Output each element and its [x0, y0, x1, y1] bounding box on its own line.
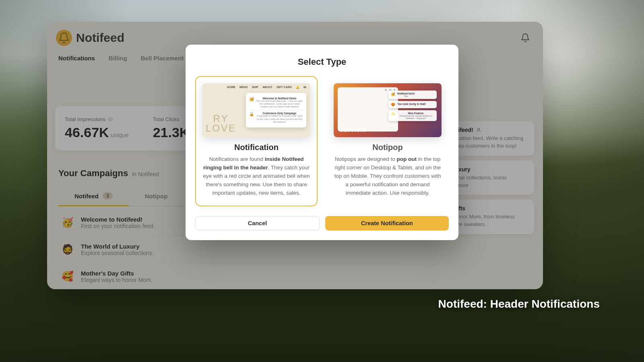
type-option-notipop[interactable]: 🥳Notifeed here!Test 😍You look lovely in …	[326, 76, 449, 206]
type-description: Notifications are found inside Notifeed …	[202, 155, 310, 197]
modal-title: Select Type	[195, 57, 449, 67]
create-notification-button[interactable]: Create Notification	[325, 216, 449, 230]
cancel-button[interactable]: Cancel	[195, 216, 320, 230]
preview-notification: HOME MENU SHIP ABOUT GIFT CARD 🔔🛍 🥳Welco…	[202, 83, 310, 137]
type-description: Notipops are designed to pop out in the …	[334, 155, 442, 197]
preview-notipop: 🥳Notifeed here!Test 😍You look lovely in …	[334, 83, 442, 137]
type-heading: Notification	[202, 143, 310, 152]
select-type-modal: Select Type HOME MENU SHIP ABOUT GIFT CA…	[186, 45, 458, 240]
video-caption: Notifeed: Header Notifications	[438, 298, 600, 311]
type-option-notification[interactable]: HOME MENU SHIP ABOUT GIFT CARD 🔔🛍 🥳Welco…	[195, 76, 318, 206]
type-heading: Notipop	[334, 143, 442, 152]
